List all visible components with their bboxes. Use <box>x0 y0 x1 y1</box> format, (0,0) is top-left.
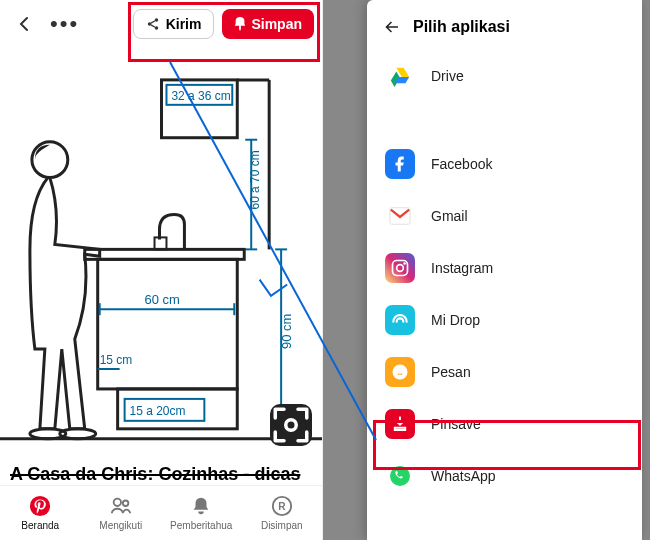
lens-icon <box>270 404 312 446</box>
app-label: Mi Drop <box>431 312 480 328</box>
app-item-gmail[interactable]: Gmail <box>367 190 642 242</box>
pin-image[interactable]: 32 a 36 cm 60 a 70 cm <box>0 48 322 461</box>
nav-label: Disimpan <box>261 520 303 531</box>
bell-icon <box>190 495 212 517</box>
share-sheet: Pilih aplikasi DriveFacebookGmailInstagr… <box>367 0 642 540</box>
app-label: Gmail <box>431 208 468 224</box>
midrop-icon <box>385 305 415 335</box>
save-button[interactable]: Simpan <box>222 9 314 39</box>
svg-point-37 <box>123 500 128 506</box>
drive-icon <box>385 61 415 91</box>
svg-line-3 <box>151 21 155 23</box>
app-item-midrop[interactable]: Mi Drop <box>367 294 642 346</box>
profile-icon: R <box>271 495 293 517</box>
visual-search-button[interactable] <box>270 404 312 446</box>
save-label: Simpan <box>251 16 302 32</box>
app-label: Pinsave <box>431 416 481 432</box>
app-label: Pesan <box>431 364 471 380</box>
svg-text:60 cm: 60 cm <box>145 292 180 307</box>
svg-text:90 cm: 90 cm <box>279 314 294 349</box>
instagram-icon <box>385 253 415 283</box>
svg-point-18 <box>32 141 68 177</box>
pesan-icon: ••• <box>385 357 415 387</box>
nav-disimpan[interactable]: R Disimpan <box>242 486 323 540</box>
gmail-icon <box>385 201 415 231</box>
app-item-pesan[interactable]: •••Pesan <box>367 346 642 398</box>
pinterest-icon <box>29 495 51 517</box>
nav-label: Pemberitahua <box>170 520 232 531</box>
app-item-instagram[interactable]: Instagram <box>367 242 642 294</box>
svg-text:15 cm: 15 cm <box>100 353 133 367</box>
share-icon <box>146 17 160 31</box>
share-button[interactable]: Kirim <box>133 9 215 39</box>
nav-mengikuti[interactable]: Mengikuti <box>81 486 162 540</box>
svg-point-42 <box>397 265 404 272</box>
whatsapp-icon <box>385 461 415 491</box>
app-label: WhatsApp <box>431 468 496 484</box>
kitchen-diagram: 32 a 36 cm 60 a 70 cm <box>0 48 322 461</box>
sheet-title: Pilih aplikasi <box>413 18 510 36</box>
more-button[interactable]: ••• <box>50 11 79 37</box>
nav-beranda[interactable]: Beranda <box>0 486 81 540</box>
svg-text:•••: ••• <box>398 372 403 377</box>
chevron-left-icon <box>17 16 33 32</box>
svg-text:32 a 36 cm: 32 a 36 cm <box>171 89 230 103</box>
svg-point-35 <box>30 496 50 516</box>
facebook-icon <box>385 149 415 179</box>
nav-pemberitahua[interactable]: Pemberitahua <box>161 486 242 540</box>
topbar: ••• Kirim Simpan <box>0 0 322 48</box>
svg-point-34 <box>286 420 297 431</box>
svg-line-4 <box>151 25 155 27</box>
app-item-facebook[interactable]: Facebook <box>367 138 642 190</box>
pin-icon <box>234 17 246 31</box>
back-button[interactable] <box>8 7 42 41</box>
app-label: Drive <box>431 68 464 84</box>
nav-label: Beranda <box>21 520 59 531</box>
app-label: Facebook <box>431 156 492 172</box>
nav-label: Mengikuti <box>99 520 142 531</box>
back-icon[interactable] <box>383 18 401 36</box>
app-item-whatsapp[interactable]: WhatsApp <box>367 450 642 502</box>
app-label: Instagram <box>431 260 493 276</box>
people-icon <box>110 495 132 517</box>
svg-point-36 <box>113 498 120 505</box>
app-item-drive[interactable]: Drive <box>367 50 642 102</box>
svg-text:15 a 20cm: 15 a 20cm <box>130 404 186 418</box>
pin-title: A Casa da Chris: Cozinhas - dicas <box>0 460 322 484</box>
svg-text:60 a 70 cm: 60 a 70 cm <box>248 150 262 209</box>
svg-text:R: R <box>278 500 286 511</box>
svg-point-1 <box>147 22 151 26</box>
svg-point-2 <box>154 26 158 30</box>
pinsave-icon <box>385 409 415 439</box>
app-item-pinsave[interactable]: Pinsave <box>367 398 642 450</box>
bottom-nav: Beranda Mengikuti Pemberitahua R Disimpa… <box>0 485 322 540</box>
share-label: Kirim <box>166 16 202 32</box>
svg-point-46 <box>390 466 410 486</box>
svg-point-43 <box>403 262 406 265</box>
svg-point-0 <box>154 18 158 22</box>
